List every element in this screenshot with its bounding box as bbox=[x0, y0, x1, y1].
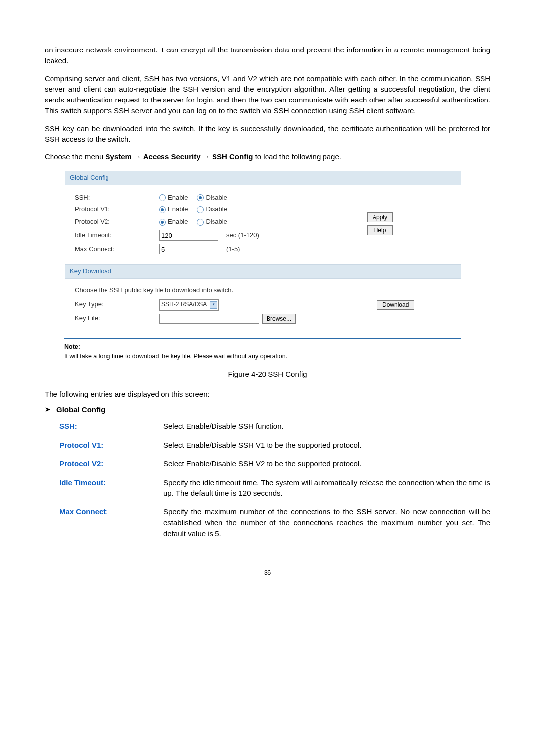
row-idle-timeout: Idle Timeout: sec (1-120) bbox=[75, 230, 347, 241]
bullet-heading: ➤ Global Config bbox=[45, 404, 490, 415]
separator-line bbox=[64, 338, 461, 339]
radio-v2-disable[interactable]: Disable bbox=[197, 217, 227, 227]
radio-v2-enable[interactable]: Enable bbox=[159, 217, 188, 227]
radio-icon bbox=[159, 194, 166, 201]
paragraph: Comprising server and client, SSH has tw… bbox=[45, 73, 490, 116]
max-suffix: (1-5) bbox=[226, 245, 240, 254]
key-download-panel: Key Download Choose the SSH public key f… bbox=[64, 264, 462, 333]
definition-row: Max Connect: Specify the maximum number … bbox=[45, 506, 490, 539]
radio-icon bbox=[159, 206, 166, 213]
radio-icon bbox=[197, 206, 204, 213]
label-max: Max Connect: bbox=[75, 245, 159, 254]
definition-row: Protocol V1: Select Enable/Disable SSH V… bbox=[45, 440, 490, 451]
definition-term: SSH: bbox=[45, 421, 163, 432]
label-keytype: Key Type: bbox=[75, 300, 159, 309]
keytype-select[interactable]: SSH-2 RSA/DSA ▾ bbox=[159, 299, 219, 311]
definition-term: Max Connect: bbox=[45, 506, 163, 517]
chevron-down-icon: ▾ bbox=[210, 301, 217, 309]
definition-term: Protocol V2: bbox=[45, 458, 163, 469]
definition-row: Protocol V2: Select Enable/Disable SSH V… bbox=[45, 458, 490, 469]
label-idle: Idle Timeout: bbox=[75, 231, 159, 240]
note-text: It will take a long time to download the… bbox=[64, 352, 461, 361]
global-config-panel: Global Config SSH: Enable Disable bbox=[64, 170, 462, 264]
menu-path-text: System → Access Security → SSH Config bbox=[106, 152, 253, 161]
panel-title-keydownload: Key Download bbox=[65, 264, 461, 279]
max-connect-input[interactable] bbox=[159, 244, 218, 254]
keyfile-input[interactable] bbox=[159, 314, 259, 324]
radio-v1-enable[interactable]: Enable bbox=[159, 205, 188, 214]
radio-ssh-disable[interactable]: Disable bbox=[197, 193, 227, 202]
radio-label: Enable bbox=[168, 193, 188, 202]
definition-desc: Select Enable/Disable SSH V2 to be the s… bbox=[163, 458, 490, 469]
label-ssh: SSH: bbox=[75, 193, 159, 202]
menu-path-line: Choose the menu System → Access Security… bbox=[45, 151, 490, 162]
row-key-type: Key Type: SSH-2 RSA/DSA ▾ Download bbox=[75, 299, 451, 311]
radio-label: Disable bbox=[206, 205, 227, 214]
radio-icon bbox=[197, 194, 204, 201]
panel-title-global: Global Config bbox=[65, 171, 461, 185]
radio-icon bbox=[197, 219, 204, 226]
radio-v1-disable[interactable]: Disable bbox=[197, 205, 227, 214]
radio-icon bbox=[159, 219, 166, 226]
figure-caption: Figure 4-20 SSH Config bbox=[45, 369, 490, 380]
apply-button[interactable]: Apply bbox=[367, 212, 393, 222]
help-button[interactable]: Help bbox=[367, 225, 393, 235]
bullet-icon: ➤ bbox=[45, 404, 51, 414]
bullet-heading-text: Global Config bbox=[56, 404, 105, 415]
row-protocol-v1: Protocol V1: Enable Disable bbox=[75, 205, 347, 214]
row-ssh: SSH: Enable Disable bbox=[75, 193, 347, 202]
idle-suffix: sec (1-120) bbox=[226, 231, 259, 240]
browse-button[interactable]: Browse... bbox=[262, 314, 296, 324]
definition-desc: Select Enable/Disable SSH function. bbox=[163, 421, 490, 432]
definition-row: SSH: Select Enable/Disable SSH function. bbox=[45, 421, 490, 432]
menu-suffix-text: to load the following page. bbox=[253, 152, 341, 161]
definition-row: Idle Timeout: Specify the idle timeout t… bbox=[45, 477, 490, 499]
row-protocol-v2: Protocol V2: Enable Disable bbox=[75, 217, 347, 227]
keytype-value: SSH-2 RSA/DSA bbox=[161, 301, 207, 309]
radio-label: Enable bbox=[168, 205, 188, 214]
note-block: Note: It will take a long time to downlo… bbox=[64, 342, 461, 361]
paragraph: an insecure network environment. It can … bbox=[45, 45, 490, 66]
key-instruction: Choose the SSH public key file to downlo… bbox=[75, 286, 451, 295]
definition-desc: Specify the idle timeout time. The syste… bbox=[163, 477, 490, 499]
download-button[interactable]: Download bbox=[377, 300, 414, 310]
definition-term: Protocol V1: bbox=[45, 440, 163, 451]
radio-label: Enable bbox=[168, 217, 188, 227]
row-key-file: Key File: Browse... bbox=[75, 314, 451, 324]
label-v2: Protocol V2: bbox=[75, 217, 159, 227]
note-title: Note: bbox=[64, 342, 461, 351]
idle-timeout-input[interactable] bbox=[159, 230, 218, 241]
label-keyfile: Key File: bbox=[75, 314, 159, 323]
radio-ssh-enable[interactable]: Enable bbox=[159, 193, 188, 202]
radio-label: Disable bbox=[206, 193, 227, 202]
menu-prefix-text: Choose the menu bbox=[45, 152, 106, 161]
definition-desc: Specify the maximum number of the connec… bbox=[163, 506, 490, 539]
paragraph: SSH key can be downloaded into the switc… bbox=[45, 123, 490, 145]
row-max-connect: Max Connect: (1-5) bbox=[75, 244, 347, 254]
radio-label: Disable bbox=[206, 217, 227, 227]
page-number: 36 bbox=[45, 568, 490, 578]
entries-intro: The following entries are displayed on t… bbox=[45, 389, 490, 400]
label-v1: Protocol V1: bbox=[75, 205, 159, 214]
definition-desc: Select Enable/Disable SSH V1 to be the s… bbox=[163, 440, 490, 451]
definition-term: Idle Timeout: bbox=[45, 477, 163, 488]
